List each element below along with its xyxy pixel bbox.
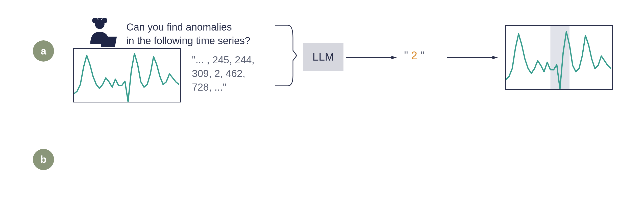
llm-output-a: " 2 " bbox=[404, 49, 424, 62]
merge-bracket-a bbox=[273, 23, 298, 88]
input-sequence-text-a: "... , 245, 244, 309, 2, 462, 728, ..." bbox=[192, 53, 255, 94]
row-b: ⋮ "245, 244, 309, " "309, 2, 462, " "462… bbox=[0, 126, 644, 202]
diagram-canvas: a Can you find anomalies in the followin… bbox=[0, 0, 644, 215]
row-a: Can you find anomalies in the following … bbox=[0, 10, 644, 101]
user-prompt: Can you find anomalies in the following … bbox=[126, 20, 250, 47]
svg-point-3 bbox=[97, 18, 102, 20]
llm-box-a: LLM bbox=[303, 43, 343, 71]
user-icon bbox=[88, 18, 119, 48]
arrow-output-to-chart-a bbox=[447, 55, 498, 60]
input-timeseries-chart-a bbox=[73, 48, 181, 102]
quote-open: " bbox=[404, 49, 411, 62]
prompt-line1: Can you find anomalies bbox=[126, 20, 250, 34]
output-timeseries-chart-a bbox=[505, 25, 613, 90]
svg-point-1 bbox=[92, 18, 98, 23]
arrow-llm-to-output-a bbox=[346, 55, 397, 60]
svg-point-2 bbox=[102, 18, 108, 23]
llm-output-value-a: 2 bbox=[411, 49, 417, 62]
prompt-line2: in the following time series? bbox=[126, 34, 250, 47]
quote-close: " bbox=[417, 49, 424, 62]
svg-marker-7 bbox=[492, 56, 498, 59]
svg-marker-5 bbox=[391, 56, 397, 59]
